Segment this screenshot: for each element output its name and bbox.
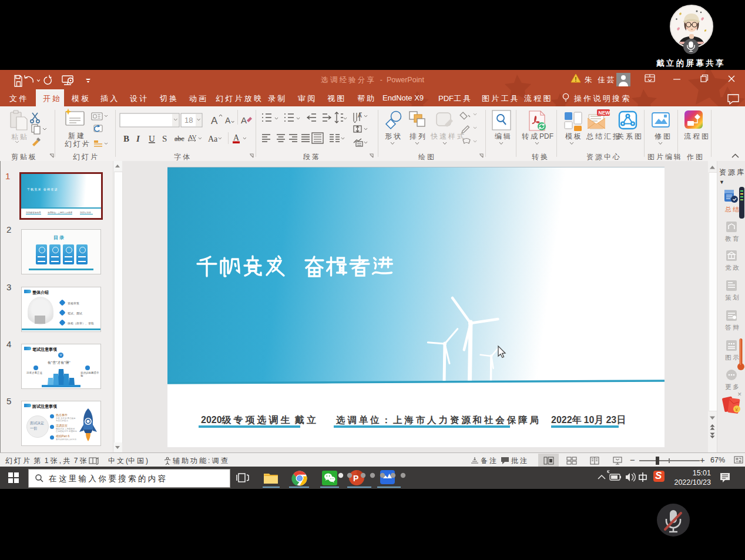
svg-text:¥: ¥ bbox=[734, 407, 739, 413]
svg-text:P: P bbox=[353, 474, 358, 483]
